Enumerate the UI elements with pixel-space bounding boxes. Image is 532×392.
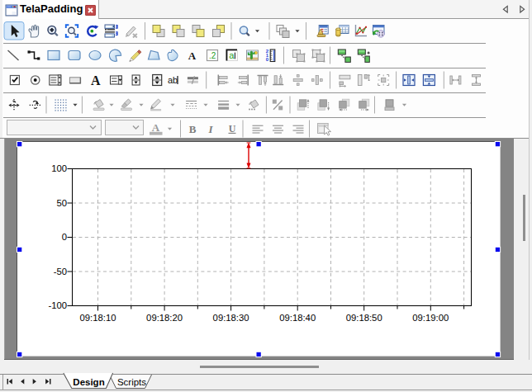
svg-text:100: 100 [51, 163, 67, 173]
svg-text:U: U [229, 123, 236, 135]
svg-text:B: B [189, 123, 197, 135]
svg-text:a: a [229, 50, 235, 60]
svg-text:-100: -100 [48, 300, 67, 310]
svg-text:0: 0 [62, 232, 67, 242]
svg-text:09:18:50: 09:18:50 [346, 313, 382, 323]
svg-text:09:18:30: 09:18:30 [213, 313, 249, 323]
svg-text:I: I [207, 123, 213, 135]
svg-text:09:18:40: 09:18:40 [279, 313, 316, 323]
svg-text:Scripts: Scripts [117, 377, 146, 387]
svg-text:0: 0 [266, 57, 269, 62]
svg-text:Design: Design [73, 377, 104, 387]
svg-text:A: A [152, 121, 160, 134]
svg-text:09:19:00: 09:19:00 [412, 313, 449, 323]
svg-text:09:18:20: 09:18:20 [146, 313, 183, 323]
svg-text:.2: .2 [209, 51, 216, 60]
svg-text:09:18:10: 09:18:10 [80, 313, 116, 323]
svg-text:A: A [91, 73, 101, 87]
svg-text:A: A [188, 50, 197, 62]
svg-text:-50: -50 [54, 267, 67, 276]
svg-text:50: 50 [56, 198, 67, 208]
svg-text:ab: ab [168, 75, 178, 85]
